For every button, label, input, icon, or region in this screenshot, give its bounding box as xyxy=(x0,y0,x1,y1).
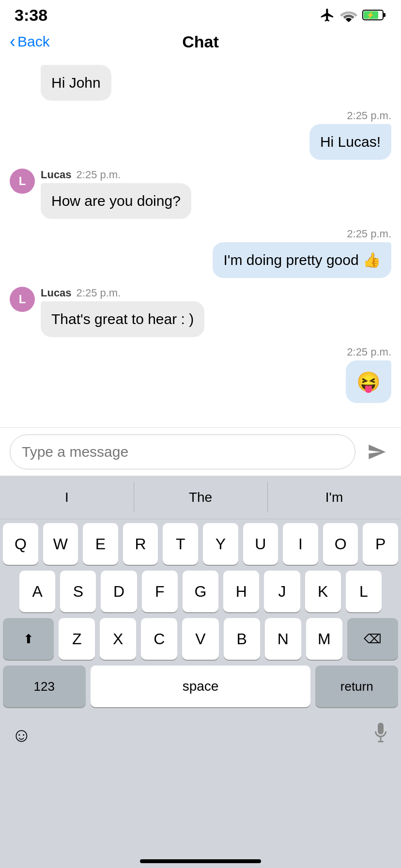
key-a[interactable]: A xyxy=(19,571,55,612)
key-s[interactable]: S xyxy=(60,571,96,612)
key-q[interactable]: Q xyxy=(3,523,38,565)
back-chevron-icon: ‹ xyxy=(10,33,15,50)
microphone-button[interactable] xyxy=(372,722,389,748)
airplane-icon xyxy=(320,7,335,23)
key-h[interactable]: H xyxy=(223,571,259,612)
message-bubble-container: 2:25 p.m. 😝 xyxy=(346,346,391,403)
key-d[interactable]: D xyxy=(101,571,137,612)
table-row: Hi John xyxy=(10,65,391,101)
key-l[interactable]: L xyxy=(346,571,382,612)
battery-icon: ⚡ xyxy=(362,9,386,21)
message-bubble-container: 2:25 p.m. I'm doing pretty good 👍 xyxy=(213,228,391,278)
back-button[interactable]: ‹ Back xyxy=(10,33,50,50)
message-bubble-container: Lucas 2:25 p.m. That's great to hear : ) xyxy=(41,287,204,337)
back-label: Back xyxy=(17,33,50,50)
message-time: 2:25 p.m. xyxy=(77,169,121,181)
message-bubble: That's great to hear : ) xyxy=(41,301,204,337)
numbers-key[interactable]: 123 xyxy=(3,666,86,707)
key-e[interactable]: E xyxy=(83,523,118,565)
key-o[interactable]: O xyxy=(323,523,358,565)
key-f[interactable]: F xyxy=(142,571,178,612)
key-r[interactable]: R xyxy=(123,523,158,565)
predictive-item[interactable]: The xyxy=(134,476,267,519)
key-c[interactable]: C xyxy=(141,618,177,660)
message-bubble-container: Hi John xyxy=(41,65,111,101)
message-input-area xyxy=(0,427,401,476)
svg-rect-5 xyxy=(380,737,382,741)
keyboard-bottom: ☺ xyxy=(0,713,401,752)
message-time: 2:25 p.m. xyxy=(347,109,391,122)
key-n[interactable]: N xyxy=(265,618,301,660)
message-time: 2:25 p.m. xyxy=(347,228,391,240)
predictive-item[interactable]: I xyxy=(0,476,134,519)
predictive-bar: I The I'm xyxy=(0,476,401,519)
message-time: 2:25 p.m. xyxy=(347,346,391,358)
message-meta: Lucas 2:25 p.m. xyxy=(41,169,121,181)
message-bubble: I'm doing pretty good 👍 xyxy=(213,242,391,278)
message-bubble: Hi Lucas! xyxy=(309,124,391,160)
message-bubble: 😝 xyxy=(346,360,391,403)
avatar: L xyxy=(10,287,35,312)
status-bar: 3:38 ⚡ xyxy=(0,0,401,26)
key-y[interactable]: Y xyxy=(203,523,238,565)
key-w[interactable]: W xyxy=(43,523,78,565)
key-v[interactable]: V xyxy=(182,618,218,660)
sender-name: Lucas xyxy=(41,169,72,181)
nav-bar: ‹ Back Chat xyxy=(0,26,401,60)
emoji-button[interactable]: ☺ xyxy=(12,724,31,746)
key-u[interactable]: U xyxy=(243,523,278,565)
send-icon xyxy=(367,442,386,462)
svg-rect-4 xyxy=(378,723,384,734)
wifi-icon xyxy=(340,8,357,22)
key-k[interactable]: K xyxy=(305,571,341,612)
svg-text:⚡: ⚡ xyxy=(366,11,375,19)
table-row: L Lucas 2:25 p.m. That's great to hear :… xyxy=(10,287,391,337)
key-row-1: Q W E R T Y U I O P xyxy=(3,523,398,565)
message-bubble-container: 2:25 p.m. Hi Lucas! xyxy=(309,109,391,160)
status-icons: ⚡ xyxy=(320,7,386,23)
delete-key[interactable]: ⌫ xyxy=(347,618,398,660)
message-bubble: How are you doing? xyxy=(41,183,191,219)
key-row-2: A S D F G H J K L xyxy=(3,571,398,612)
shift-key[interactable]: ⬆ xyxy=(3,618,54,660)
key-g[interactable]: G xyxy=(183,571,218,612)
keyboard-rows: Q W E R T Y U I O P A S D F G H J K L ⬆ … xyxy=(0,519,401,707)
message-time: 2:25 p.m. xyxy=(77,287,121,299)
table-row: 2:25 p.m. 😝 xyxy=(10,346,391,403)
microphone-icon xyxy=(372,722,389,744)
message-bubble: Hi John xyxy=(41,65,111,101)
send-button[interactable] xyxy=(362,437,391,466)
key-m[interactable]: M xyxy=(306,618,342,660)
key-i[interactable]: I xyxy=(283,523,318,565)
message-bubble-container: Lucas 2:25 p.m. How are you doing? xyxy=(41,169,191,219)
key-z[interactable]: Z xyxy=(59,618,95,660)
table-row: 2:25 p.m. Hi Lucas! xyxy=(10,109,391,160)
key-x[interactable]: X xyxy=(100,618,136,660)
sender-name: Lucas xyxy=(41,287,72,299)
table-row: 2:25 p.m. I'm doing pretty good 👍 xyxy=(10,228,391,278)
key-t[interactable]: T xyxy=(163,523,198,565)
key-row-4: 123 space return xyxy=(3,666,398,707)
table-row: L Lucas 2:25 p.m. How are you doing? xyxy=(10,169,391,219)
key-j[interactable]: J xyxy=(264,571,300,612)
message-input[interactable] xyxy=(10,434,355,469)
keyboard: I The I'm Q W E R T Y U I O P A S D F G … xyxy=(0,476,401,868)
svg-rect-1 xyxy=(383,13,386,17)
message-meta: Lucas 2:25 p.m. xyxy=(41,287,121,299)
predictive-item[interactable]: I'm xyxy=(267,476,401,519)
space-key[interactable]: space xyxy=(91,666,311,707)
return-key[interactable]: return xyxy=(315,666,398,707)
home-indicator xyxy=(140,859,261,863)
key-row-3: ⬆ Z X C V B N M ⌫ xyxy=(3,618,398,660)
key-p[interactable]: P xyxy=(363,523,398,565)
svg-rect-6 xyxy=(378,741,384,742)
avatar: L xyxy=(10,169,35,194)
page-title: Chat xyxy=(182,32,219,51)
key-b[interactable]: B xyxy=(224,618,260,660)
status-time: 3:38 xyxy=(15,6,47,25)
